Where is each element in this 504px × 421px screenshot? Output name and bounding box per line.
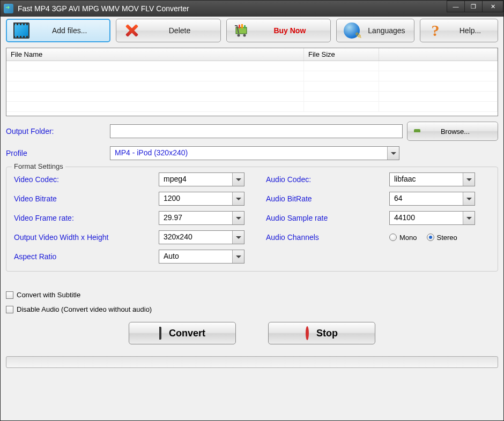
- globe-icon: [343, 22, 360, 39]
- chevron-down-icon: [232, 212, 244, 224]
- delete-label: Delete: [145, 26, 213, 35]
- help-label: Help...: [449, 26, 491, 35]
- add-files-label: Add files...: [35, 26, 103, 35]
- convert-button[interactable]: Convert: [129, 322, 236, 344]
- chevron-down-icon: [232, 192, 244, 205]
- file-list-body[interactable]: [6, 61, 498, 115]
- table-row[interactable]: [6, 92, 498, 102]
- convert-label: Convert: [169, 328, 205, 339]
- chevron-down-icon: [232, 173, 244, 186]
- help-button[interactable]: ? Help...: [420, 19, 498, 42]
- video-framerate-combo[interactable]: 29.97: [159, 211, 244, 225]
- stereo-radio[interactable]: Stereo: [427, 234, 457, 242]
- audio-bitrate-combo[interactable]: 64: [389, 192, 475, 206]
- svg-point-2: [243, 34, 246, 37]
- table-row[interactable]: [6, 81, 498, 92]
- svg-rect-5: [244, 25, 246, 28]
- profile-label: Profile: [6, 149, 106, 157]
- delete-button[interactable]: Delete: [116, 19, 220, 42]
- output-folder-input[interactable]: [110, 124, 403, 138]
- cart-icon: [233, 22, 250, 39]
- audio-codec-label: Audio Codec:: [266, 175, 389, 184]
- titlebar[interactable]: Fast MP4 3GP AVI MPG WMV MOV FLV Convert…: [1, 1, 503, 17]
- output-size-combo[interactable]: 320x240: [159, 230, 244, 244]
- chevron-down-icon: [232, 250, 244, 263]
- output-folder-label: Output Folder:: [6, 127, 106, 136]
- maximize-button[interactable]: ❐: [464, 1, 483, 12]
- audio-sample-label: Audio Sample rate: [266, 214, 389, 222]
- svg-rect-3: [239, 25, 240, 28]
- film-icon: [13, 22, 30, 39]
- chevron-down-icon: [387, 147, 399, 160]
- aspect-combo[interactable]: Auto: [159, 250, 244, 264]
- disable-audio-checkbox-row: Disable Audio (Convert video without aud…: [6, 305, 498, 313]
- audio-channels-label: Audio Channels: [266, 233, 389, 242]
- buy-now-label: Buy Now: [256, 26, 324, 35]
- format-settings-group: Format Settings Video Codec: mpeg4 Audio…: [6, 167, 498, 272]
- chevron-down-icon: [463, 173, 475, 186]
- minimize-button[interactable]: —: [447, 1, 465, 12]
- profile-combo[interactable]: MP4 - iPod (320x240): [110, 146, 399, 160]
- film-icon: [159, 328, 161, 339]
- col-spacer: [379, 48, 498, 61]
- subtitle-label: Convert with Subtitle: [17, 291, 80, 299]
- audio-sample-combo[interactable]: 44100: [389, 211, 475, 225]
- table-row[interactable]: [6, 61, 498, 71]
- progress-bar: [6, 356, 498, 368]
- video-bitrate-combo[interactable]: 1200: [159, 192, 244, 206]
- disable-audio-label: Disable Audio (Convert video without aud…: [17, 305, 152, 313]
- app-window: Fast MP4 3GP AVI MPG WMV MOV FLV Convert…: [0, 0, 504, 421]
- output-size-label: Output Video Width x Height: [14, 233, 159, 242]
- format-settings-legend: Format Settings: [12, 162, 65, 170]
- window-title: Fast MP4 3GP AVI MPG WMV MOV FLV Convert…: [18, 4, 500, 13]
- profile-value: MP4 - iPod (320x240): [110, 147, 387, 160]
- app-icon: [4, 4, 13, 13]
- subtitle-checkbox[interactable]: [6, 291, 13, 299]
- audio-codec-combo[interactable]: libfaac: [389, 172, 475, 186]
- audio-bitrate-label: Audio BitRate: [266, 194, 389, 203]
- video-framerate-label: Video Frame rate:: [14, 214, 159, 222]
- disable-audio-checkbox[interactable]: [6, 306, 13, 313]
- add-files-button[interactable]: Add files...: [6, 19, 110, 42]
- languages-button[interactable]: Languages: [336, 19, 414, 42]
- col-filename[interactable]: File Name: [6, 48, 304, 61]
- svg-rect-4: [241, 24, 243, 28]
- chevron-down-icon: [232, 231, 244, 244]
- col-filesize[interactable]: File Size: [304, 48, 379, 61]
- stop-button[interactable]: Stop: [268, 322, 375, 344]
- table-row[interactable]: [6, 71, 498, 81]
- file-list[interactable]: File Name File Size: [6, 48, 498, 116]
- browse-label: Browse...: [418, 127, 492, 136]
- aspect-label: Aspect Ratio: [14, 252, 159, 261]
- chevron-down-icon: [463, 212, 475, 224]
- chevron-down-icon: [463, 192, 475, 205]
- x-icon: [123, 22, 140, 39]
- languages-label: Languages: [366, 26, 407, 35]
- main-toolbar: Add files... Delete Buy Now Languages ? …: [6, 19, 498, 42]
- buy-now-button[interactable]: Buy Now: [226, 19, 331, 42]
- mono-radio[interactable]: Mono: [389, 234, 417, 242]
- file-list-header: File Name File Size: [6, 48, 498, 61]
- audio-channels-radio: Mono Stereo: [389, 234, 480, 242]
- video-codec-combo[interactable]: mpeg4: [159, 172, 244, 186]
- table-row[interactable]: [6, 102, 498, 112]
- stop-icon: [306, 328, 309, 339]
- help-icon: ?: [427, 22, 444, 39]
- close-button[interactable]: ✕: [482, 1, 503, 12]
- svg-point-1: [237, 34, 240, 37]
- subtitle-checkbox-row: Convert with Subtitle: [6, 291, 498, 299]
- video-bitrate-label: Video Bitrate: [14, 194, 159, 203]
- stop-label: Stop: [316, 328, 338, 339]
- browse-button[interactable]: Browse...: [407, 122, 498, 141]
- video-codec-label: Video Codec:: [14, 175, 159, 184]
